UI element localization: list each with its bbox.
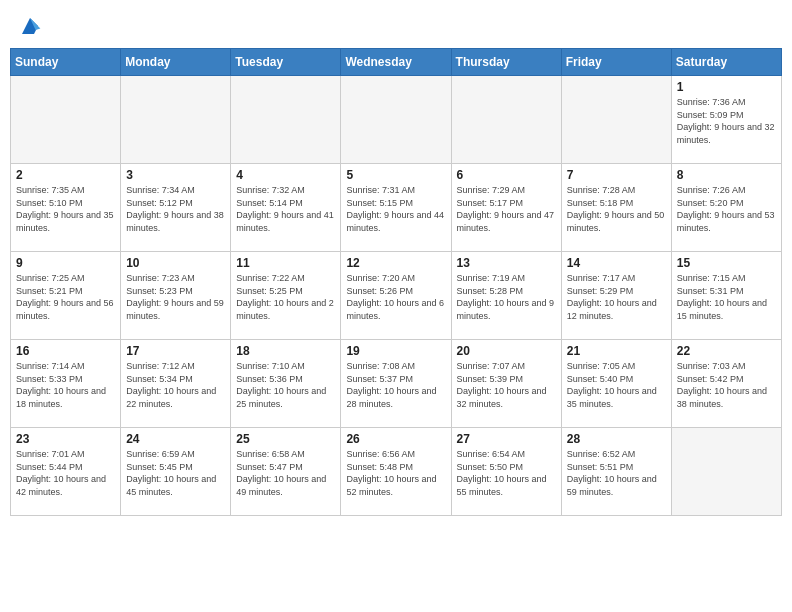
calendar-cell: 16Sunrise: 7:14 AM Sunset: 5:33 PM Dayli… bbox=[11, 340, 121, 428]
calendar-cell: 21Sunrise: 7:05 AM Sunset: 5:40 PM Dayli… bbox=[561, 340, 671, 428]
day-number: 8 bbox=[677, 168, 776, 182]
calendar-cell: 27Sunrise: 6:54 AM Sunset: 5:50 PM Dayli… bbox=[451, 428, 561, 516]
day-number: 22 bbox=[677, 344, 776, 358]
day-info: Sunrise: 6:52 AM Sunset: 5:51 PM Dayligh… bbox=[567, 448, 666, 498]
day-number: 13 bbox=[457, 256, 556, 270]
day-info: Sunrise: 7:12 AM Sunset: 5:34 PM Dayligh… bbox=[126, 360, 225, 410]
calendar-cell: 13Sunrise: 7:19 AM Sunset: 5:28 PM Dayli… bbox=[451, 252, 561, 340]
day-number: 19 bbox=[346, 344, 445, 358]
day-info: Sunrise: 7:35 AM Sunset: 5:10 PM Dayligh… bbox=[16, 184, 115, 234]
day-number: 10 bbox=[126, 256, 225, 270]
day-number: 12 bbox=[346, 256, 445, 270]
day-number: 7 bbox=[567, 168, 666, 182]
day-info: Sunrise: 7:31 AM Sunset: 5:15 PM Dayligh… bbox=[346, 184, 445, 234]
day-info: Sunrise: 6:59 AM Sunset: 5:45 PM Dayligh… bbox=[126, 448, 225, 498]
weekday-header-thursday: Thursday bbox=[451, 49, 561, 76]
calendar-week-5: 23Sunrise: 7:01 AM Sunset: 5:44 PM Dayli… bbox=[11, 428, 782, 516]
day-number: 2 bbox=[16, 168, 115, 182]
day-number: 6 bbox=[457, 168, 556, 182]
calendar-cell: 22Sunrise: 7:03 AM Sunset: 5:42 PM Dayli… bbox=[671, 340, 781, 428]
calendar-cell: 3Sunrise: 7:34 AM Sunset: 5:12 PM Daylig… bbox=[121, 164, 231, 252]
calendar-cell: 4Sunrise: 7:32 AM Sunset: 5:14 PM Daylig… bbox=[231, 164, 341, 252]
day-info: Sunrise: 7:15 AM Sunset: 5:31 PM Dayligh… bbox=[677, 272, 776, 322]
calendar-cell bbox=[671, 428, 781, 516]
calendar-cell: 20Sunrise: 7:07 AM Sunset: 5:39 PM Dayli… bbox=[451, 340, 561, 428]
calendar-cell: 23Sunrise: 7:01 AM Sunset: 5:44 PM Dayli… bbox=[11, 428, 121, 516]
calendar-cell bbox=[11, 76, 121, 164]
weekday-header-row: SundayMondayTuesdayWednesdayThursdayFrid… bbox=[11, 49, 782, 76]
calendar-cell: 1Sunrise: 7:36 AM Sunset: 5:09 PM Daylig… bbox=[671, 76, 781, 164]
day-info: Sunrise: 7:32 AM Sunset: 5:14 PM Dayligh… bbox=[236, 184, 335, 234]
day-number: 25 bbox=[236, 432, 335, 446]
calendar-cell bbox=[561, 76, 671, 164]
weekday-header-saturday: Saturday bbox=[671, 49, 781, 76]
weekday-header-monday: Monday bbox=[121, 49, 231, 76]
day-info: Sunrise: 7:01 AM Sunset: 5:44 PM Dayligh… bbox=[16, 448, 115, 498]
day-number: 27 bbox=[457, 432, 556, 446]
calendar-cell bbox=[451, 76, 561, 164]
day-info: Sunrise: 7:34 AM Sunset: 5:12 PM Dayligh… bbox=[126, 184, 225, 234]
calendar-cell: 24Sunrise: 6:59 AM Sunset: 5:45 PM Dayli… bbox=[121, 428, 231, 516]
day-number: 14 bbox=[567, 256, 666, 270]
calendar-week-3: 9Sunrise: 7:25 AM Sunset: 5:21 PM Daylig… bbox=[11, 252, 782, 340]
day-info: Sunrise: 7:07 AM Sunset: 5:39 PM Dayligh… bbox=[457, 360, 556, 410]
calendar-cell bbox=[231, 76, 341, 164]
calendar-cell: 5Sunrise: 7:31 AM Sunset: 5:15 PM Daylig… bbox=[341, 164, 451, 252]
calendar-cell: 8Sunrise: 7:26 AM Sunset: 5:20 PM Daylig… bbox=[671, 164, 781, 252]
day-info: Sunrise: 6:56 AM Sunset: 5:48 PM Dayligh… bbox=[346, 448, 445, 498]
logo bbox=[16, 14, 42, 38]
calendar-cell: 6Sunrise: 7:29 AM Sunset: 5:17 PM Daylig… bbox=[451, 164, 561, 252]
day-info: Sunrise: 7:10 AM Sunset: 5:36 PM Dayligh… bbox=[236, 360, 335, 410]
calendar-cell: 18Sunrise: 7:10 AM Sunset: 5:36 PM Dayli… bbox=[231, 340, 341, 428]
calendar-cell: 17Sunrise: 7:12 AM Sunset: 5:34 PM Dayli… bbox=[121, 340, 231, 428]
calendar-cell: 19Sunrise: 7:08 AM Sunset: 5:37 PM Dayli… bbox=[341, 340, 451, 428]
day-info: Sunrise: 7:23 AM Sunset: 5:23 PM Dayligh… bbox=[126, 272, 225, 322]
day-number: 20 bbox=[457, 344, 556, 358]
day-info: Sunrise: 7:17 AM Sunset: 5:29 PM Dayligh… bbox=[567, 272, 666, 322]
day-info: Sunrise: 7:22 AM Sunset: 5:25 PM Dayligh… bbox=[236, 272, 335, 322]
calendar-cell: 11Sunrise: 7:22 AM Sunset: 5:25 PM Dayli… bbox=[231, 252, 341, 340]
logo-icon bbox=[18, 14, 42, 38]
day-number: 18 bbox=[236, 344, 335, 358]
day-number: 16 bbox=[16, 344, 115, 358]
day-info: Sunrise: 7:25 AM Sunset: 5:21 PM Dayligh… bbox=[16, 272, 115, 322]
day-number: 23 bbox=[16, 432, 115, 446]
day-info: Sunrise: 6:58 AM Sunset: 5:47 PM Dayligh… bbox=[236, 448, 335, 498]
calendar-week-1: 1Sunrise: 7:36 AM Sunset: 5:09 PM Daylig… bbox=[11, 76, 782, 164]
calendar-cell: 12Sunrise: 7:20 AM Sunset: 5:26 PM Dayli… bbox=[341, 252, 451, 340]
day-info: Sunrise: 6:54 AM Sunset: 5:50 PM Dayligh… bbox=[457, 448, 556, 498]
day-info: Sunrise: 7:03 AM Sunset: 5:42 PM Dayligh… bbox=[677, 360, 776, 410]
day-info: Sunrise: 7:26 AM Sunset: 5:20 PM Dayligh… bbox=[677, 184, 776, 234]
day-info: Sunrise: 7:36 AM Sunset: 5:09 PM Dayligh… bbox=[677, 96, 776, 146]
weekday-header-friday: Friday bbox=[561, 49, 671, 76]
day-number: 9 bbox=[16, 256, 115, 270]
day-number: 21 bbox=[567, 344, 666, 358]
calendar-cell: 7Sunrise: 7:28 AM Sunset: 5:18 PM Daylig… bbox=[561, 164, 671, 252]
day-number: 1 bbox=[677, 80, 776, 94]
day-number: 5 bbox=[346, 168, 445, 182]
weekday-header-sunday: Sunday bbox=[11, 49, 121, 76]
day-info: Sunrise: 7:08 AM Sunset: 5:37 PM Dayligh… bbox=[346, 360, 445, 410]
calendar-cell: 25Sunrise: 6:58 AM Sunset: 5:47 PM Dayli… bbox=[231, 428, 341, 516]
day-info: Sunrise: 7:14 AM Sunset: 5:33 PM Dayligh… bbox=[16, 360, 115, 410]
calendar-cell: 28Sunrise: 6:52 AM Sunset: 5:51 PM Dayli… bbox=[561, 428, 671, 516]
weekday-header-wednesday: Wednesday bbox=[341, 49, 451, 76]
calendar-cell bbox=[121, 76, 231, 164]
day-number: 15 bbox=[677, 256, 776, 270]
calendar-table: SundayMondayTuesdayWednesdayThursdayFrid… bbox=[10, 48, 782, 516]
calendar-cell: 9Sunrise: 7:25 AM Sunset: 5:21 PM Daylig… bbox=[11, 252, 121, 340]
calendar-cell bbox=[341, 76, 451, 164]
day-number: 24 bbox=[126, 432, 225, 446]
day-info: Sunrise: 7:29 AM Sunset: 5:17 PM Dayligh… bbox=[457, 184, 556, 234]
calendar-cell: 14Sunrise: 7:17 AM Sunset: 5:29 PM Dayli… bbox=[561, 252, 671, 340]
page-header bbox=[10, 10, 782, 42]
calendar-cell: 15Sunrise: 7:15 AM Sunset: 5:31 PM Dayli… bbox=[671, 252, 781, 340]
day-info: Sunrise: 7:20 AM Sunset: 5:26 PM Dayligh… bbox=[346, 272, 445, 322]
calendar-week-4: 16Sunrise: 7:14 AM Sunset: 5:33 PM Dayli… bbox=[11, 340, 782, 428]
day-info: Sunrise: 7:19 AM Sunset: 5:28 PM Dayligh… bbox=[457, 272, 556, 322]
day-number: 3 bbox=[126, 168, 225, 182]
day-number: 28 bbox=[567, 432, 666, 446]
day-number: 4 bbox=[236, 168, 335, 182]
day-info: Sunrise: 7:05 AM Sunset: 5:40 PM Dayligh… bbox=[567, 360, 666, 410]
calendar-cell: 10Sunrise: 7:23 AM Sunset: 5:23 PM Dayli… bbox=[121, 252, 231, 340]
